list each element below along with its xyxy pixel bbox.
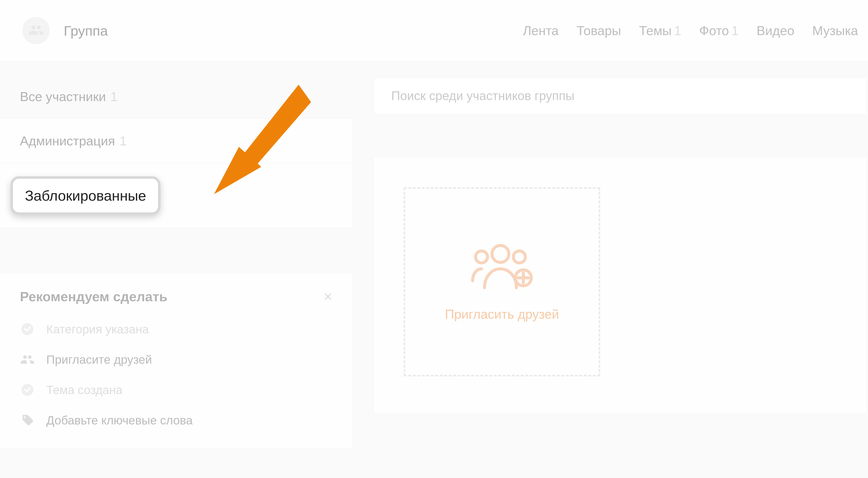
header-bar: Группа Лента Товары Темы1 Фото1 Видео Му… [0,0,868,62]
group-avatar [22,17,50,44]
people-icon [20,352,35,367]
sidebar-item-label: Администрация [20,133,115,148]
svg-point-2 [475,251,488,263]
annotation-arrow-icon [207,75,311,205]
top-nav-video[interactable]: Видео [756,23,794,38]
sidebar-item-count: 1 [110,89,118,104]
reco-item-keywords[interactable]: Добавьте ключевые слова [20,413,333,428]
top-nav-label: Товары [577,23,621,38]
members-content-card: Пригласить друзей [373,157,866,414]
reco-item-category[interactable]: Категория указана [20,322,333,337]
invite-friends-label: Пригласить друзей [445,307,559,322]
recommendations-block: Рекомендуем сделать × Категория указана … [0,274,352,448]
top-nav-label: Видео [756,23,794,38]
top-nav-feed[interactable]: Лента [523,23,559,38]
reco-item-label: Пригласите друзей [46,353,152,366]
sidebar-item-count: 1 [119,133,127,148]
recommendations-title: Рекомендуем сделать [20,289,167,304]
svg-point-3 [492,245,509,262]
search-input[interactable] [391,89,866,103]
sidebar-item-label: Все участники [20,89,106,104]
top-nav-label: Лента [523,23,559,38]
reco-item-label: Тема создана [46,383,122,397]
reco-item-topic[interactable]: Тема создана [20,382,333,397]
invite-friends-tile[interactable]: Пригласить друзей [404,187,600,377]
highlight-callout: Заблокированные [10,176,160,215]
top-nav: Лента Товары Темы1 Фото1 Видео Музыка [523,23,868,38]
reco-item-invite[interactable]: Пригласите друзей [20,352,333,367]
reco-item-label: Категория указана [46,322,149,336]
top-nav-count: 1 [732,23,739,38]
close-icon[interactable]: × [323,289,333,304]
check-circle-icon [20,322,35,337]
top-nav-goods[interactable]: Товары [577,23,621,38]
people-icon [28,22,44,39]
reco-item-label: Добавьте ключевые слова [46,414,193,427]
top-nav-label: Музыка [812,23,858,38]
top-nav-label: Темы [639,23,672,38]
top-nav-music[interactable]: Музыка [812,23,858,38]
tag-icon [20,413,35,428]
svg-marker-1 [241,85,311,168]
top-nav-topics[interactable]: Темы1 [639,23,681,38]
top-nav-label: Фото [699,23,729,38]
check-circle-icon [20,382,35,397]
top-nav-photos[interactable]: Фото1 [699,23,739,38]
top-nav-count: 1 [674,23,681,38]
add-people-icon [470,242,534,293]
sidebar-item-label: Заблокированные [25,187,146,204]
svg-point-4 [514,251,525,263]
main-panel: Пригласить друзей [373,77,866,414]
search-box[interactable] [373,77,866,115]
group-title: Группа [64,23,108,39]
